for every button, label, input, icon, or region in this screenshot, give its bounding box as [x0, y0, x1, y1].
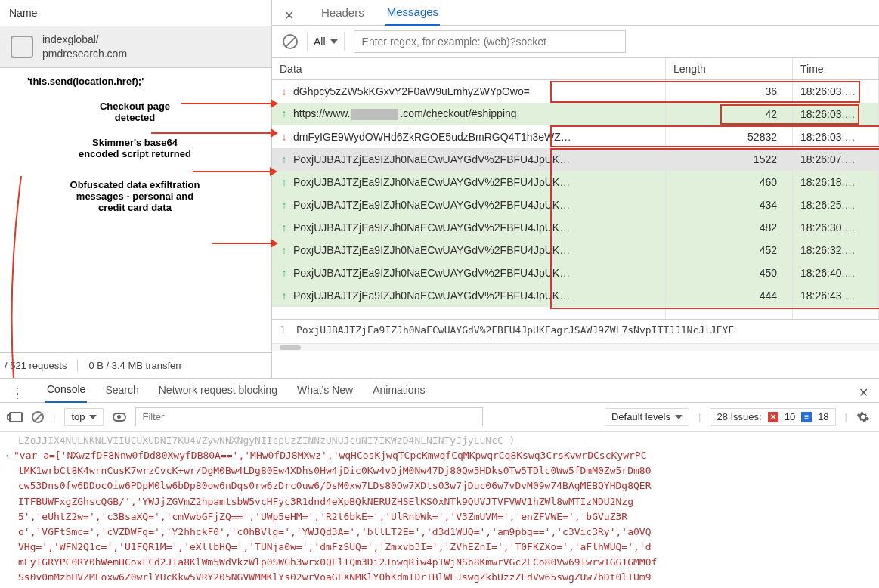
tab-console[interactable]: Console — [45, 383, 87, 403]
drawer-tab-bar: ⋮ Console Search Network request blockin… — [0, 379, 879, 403]
clear-icon[interactable] — [283, 34, 298, 49]
log-levels-selector[interactable]: Default levels — [605, 408, 689, 426]
live-expression-icon[interactable] — [113, 413, 126, 422]
messages-filter-bar: All — [272, 26, 879, 58]
kebab-icon[interactable]: ⋮ — [11, 385, 24, 401]
arrow-down-icon: ↓ — [280, 85, 289, 97]
context-selector[interactable]: top — [64, 408, 104, 426]
arrow-down-icon: ↓ — [280, 131, 289, 143]
console-code-line: VHg=','WFN2Q1c=','U1FQR1M=','eXllbHQ=','… — [2, 540, 873, 555]
close-icon[interactable]: ✕ — [284, 8, 294, 23]
console-code-line: o','VGFtSmc=','cVZDWFg=','Y2hhckF0','c0h… — [2, 525, 873, 540]
console-code-line: cw53Dns0fw6DDoc0iw6PDpM0lw6bDp80ow6nDqs0… — [2, 478, 873, 494]
column-name-header[interactable]: Name — [0, 0, 271, 26]
tab-headers[interactable]: Headers — [320, 6, 366, 25]
request-icon — [11, 36, 33, 58]
message-row[interactable]: ↑PoxjUJBAJTZjEa9IZJh0NaECwUAYGdV%2FBFU4J… — [272, 148, 879, 171]
console-toolbar: | top Default levels | 28 Issues: ✕10 ≡1… — [0, 403, 879, 432]
error-icon: ✕ — [768, 412, 778, 422]
annotation-exfil: Obfuscated data exfiltrationmessages - p… — [5, 179, 265, 213]
tab-search[interactable]: Search — [104, 384, 140, 402]
annotation-send-href: 'this.send(location.href);' — [5, 76, 265, 87]
raw-line-number: 1 — [272, 323, 290, 336]
arrow-up-icon: ↑ — [280, 176, 289, 188]
raw-line-content: PoxjUJBAJTZjEa9IZJh0NaECwUAYGdV%2FBFU4Jp… — [290, 323, 879, 336]
annotation-checkout: Checkout pagedetected — [5, 101, 265, 123]
console-output[interactable]: LZoJJIX4NULNKNLVIIUCUXUDNI7KU4VZywNNXNgy… — [0, 432, 879, 588]
console-code-line: 5','eUhtZ2w=','c3BsaXQ=','cmVwbGFjZQ==',… — [2, 509, 873, 525]
col-time[interactable]: Time — [793, 58, 879, 80]
arrow-up-icon: ↑ — [280, 221, 289, 234]
chevron-down-icon — [89, 415, 97, 419]
redacted-block — [351, 109, 398, 120]
tab-animations[interactable]: Animations — [371, 384, 426, 402]
message-row[interactable]: ↑PoxjUJBAJTZjEa9IZJh0NaECwUAYGdV%2FBFU4J… — [272, 216, 879, 239]
messages-table: Data Length Time ↓dGhpcy5zZW5kKGxvY2F0aW… — [272, 58, 879, 319]
col-length[interactable]: Length — [666, 58, 793, 80]
annotation-area: 'this.send(location.href);' Checkout pag… — [0, 68, 271, 352]
expand-caret-icon[interactable]: ‹ — [2, 448, 14, 463]
console-code-line: ‹"var a=['NXwzfDF8Nnw0fDd80XwyfDB80A==',… — [2, 448, 873, 463]
detail-tab-bar: ✕ Headers Messages — [272, 0, 879, 26]
console-line-faded: LZoJJIX4NULNKNLVIIUCUXUDNI7KU4VZywNNXNgy… — [2, 433, 873, 448]
toggle-sidebar-icon[interactable] — [9, 412, 23, 422]
request-row[interactable]: indexglobal/ pmdresearch.com — [0, 26, 271, 68]
tab-messages[interactable]: Messages — [385, 5, 440, 26]
arrow-up-icon: ↑ — [280, 289, 289, 302]
message-row[interactable]: ↑PoxjUJBAJTZjEa9IZJh0NaECwUAYGdV%2FBFU4J… — [272, 239, 879, 262]
tab-whats-new[interactable]: What's New — [296, 384, 354, 402]
message-row[interactable]: ↑https://www..com/checkout/#shipping4218… — [272, 103, 879, 125]
console-code-line: mFyIGRYPC0RY0hWemHCoxFCd2JIa8KlWm5WdVkzW… — [2, 555, 873, 570]
col-data[interactable]: Data — [272, 58, 666, 80]
console-code-line: Ss0v0mMzbHVZMFoxw6Z0wrlYUcKkw5VRY205NGVW… — [2, 570, 873, 585]
issues-indicator[interactable]: 28 Issues: ✕10 ≡18 — [710, 408, 835, 426]
console-code-line: ITFBUWFxgZGhscQGB/','YWJjZGVmZ2hpamtsbW5… — [2, 494, 873, 509]
tab-nrb[interactable]: Network request blocking — [157, 384, 279, 402]
message-row[interactable]: ↑PoxjUJBAJTZjEa9IZJh0NaECwUAYGdV%2FBFU4J… — [272, 171, 879, 193]
arrow-up-icon: ↑ — [280, 153, 289, 166]
close-drawer-icon[interactable]: ✕ — [859, 385, 868, 400]
annotation-skimmer: Skimmer's base64encoded script returned — [5, 137, 265, 159]
message-row[interactable]: ↑PoxjUJBAJTZjEa9IZJh0NaECwUAYGdV%2FBFU4J… — [272, 193, 879, 216]
raw-frame-pane: 1 PoxjUJBAJTZjEa9IZJh0NaECwUAYGdV%2FBFU4… — [272, 319, 879, 343]
regex-filter-input[interactable] — [354, 30, 626, 53]
console-code-line: tMK1wrbCt8K4wrnCusK7wrzCvcK+wr/DgM0Bw4LD… — [2, 463, 873, 478]
message-row[interactable]: ↓dGhpcy5zZW5kKGxvY2F0aW9uLmhyZWYpOwo=361… — [272, 80, 879, 103]
chevron-down-icon — [330, 39, 338, 44]
arrow-up-icon: ↑ — [280, 244, 289, 256]
chevron-down-icon — [675, 415, 682, 419]
requests-status-bar: / 521 requests 0 B / 3.4 MB transferr — [0, 352, 271, 378]
arrow-up-icon: ↑ — [280, 267, 289, 279]
message-row[interactable]: ↓dmFyIGE9WydOWHd6ZkRGOE5udzBmRGQ4T1h3eWZ… — [272, 125, 879, 148]
console-filter-input[interactable] — [135, 407, 483, 426]
message-row[interactable]: ↑PoxjUJBAJTZjEa9IZJh0NaECwUAYGdV%2FBFU4J… — [272, 262, 879, 284]
info-icon: ≡ — [801, 412, 812, 422]
arrow-up-icon: ↑ — [280, 107, 289, 119]
request-label: indexglobal/ pmdresearch.com — [42, 32, 127, 61]
clear-console-icon[interactable] — [32, 411, 44, 423]
direction-filter[interactable]: All — [307, 32, 345, 51]
gear-icon[interactable] — [856, 410, 870, 424]
arrow-up-icon: ↑ — [280, 199, 289, 211]
message-row[interactable]: ↑PoxjUJBAJTZjEa9IZJh0NaECwUAYGdV%2FBFU4J… — [272, 284, 879, 307]
horizontal-scroll[interactable] — [272, 343, 879, 351]
